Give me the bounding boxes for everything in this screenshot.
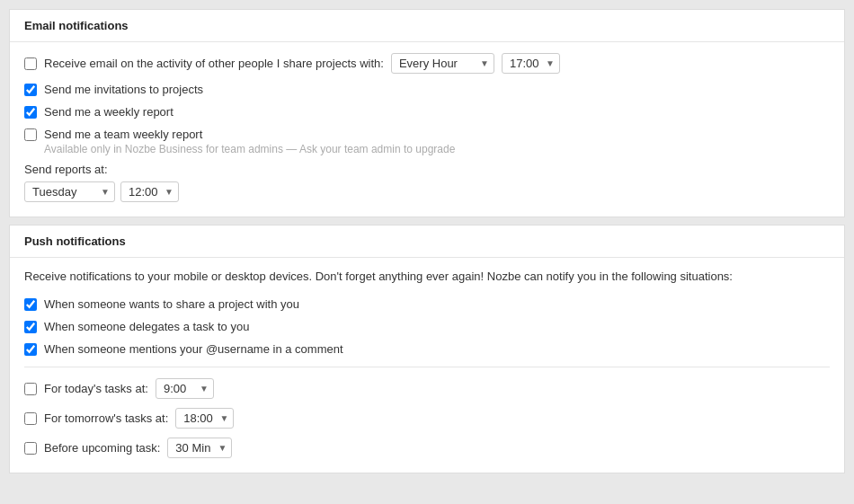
time-select2[interactable]: 12:00 11:00 13:00 [120,181,179,202]
weekly-report-label: Send me a weekly report [44,105,173,119]
tomorrows-tasks-select-wrapper: 18:00 17:00 19:00 ▼ [175,408,234,429]
mentions-checkbox[interactable] [24,343,37,356]
day-select-wrapper: Monday Tuesday Wednesday Thursday Friday… [24,181,115,202]
push-section-body: Receive notifications to your mobile or … [10,258,844,473]
invitations-checkbox[interactable] [24,84,37,96]
frequency-select-wrapper: Every Hour Every 2 Hours Every Day ▼ [391,53,494,74]
team-weekly-report-checkbox[interactable] [24,128,37,141]
team-weekly-report-row: Send me a team weekly report [24,128,830,141]
tomorrows-tasks-label: For tomorrow's tasks at: 18:00 17:00 19:… [44,408,234,429]
email-activity-checkbox[interactable] [24,57,37,70]
day-select[interactable]: Monday Tuesday Wednesday Thursday Friday… [24,181,115,202]
push-description: Receive notifications to your mobile or … [24,269,830,285]
email-notifications-section: Email notifications Receive email on the… [9,9,845,217]
push-section-header: Push notifications [10,225,844,258]
team-weekly-report-muted: Available only in Nozbe Business for tea… [44,143,830,155]
push-section-title: Push notifications [24,234,126,248]
todays-tasks-row: For today's tasks at: 9:00 8:00 10:00 ▼ [24,378,830,399]
share-project-checkbox[interactable] [24,298,37,311]
settings-container: Email notifications Receive email on the… [9,9,845,481]
invitations-row: Send me invitations to projects [24,83,830,96]
time-select1[interactable]: 17:00 16:00 18:00 [502,53,560,74]
team-weekly-report-label: Send me a team weekly report [44,128,202,141]
email-activity-label: Receive email on the activity of other p… [44,53,560,74]
time-select1-wrapper: 17:00 16:00 18:00 ▼ [502,53,560,74]
delegate-task-row: When someone delegates a task to you [24,320,830,333]
delegate-task-checkbox[interactable] [24,321,37,333]
delegate-task-label: When someone delegates a task to you [44,320,249,333]
mentions-label: When someone mentions your @username in … [44,342,343,356]
tomorrows-tasks-row: For tomorrow's tasks at: 18:00 17:00 19:… [24,408,830,429]
email-section-title: Email notifications [24,19,129,32]
send-reports-dropdowns: Monday Tuesday Wednesday Thursday Friday… [24,181,830,202]
email-section-header: Email notifications [10,10,844,42]
share-project-row: When someone wants to share a project wi… [24,297,830,311]
todays-tasks-label: For today's tasks at: 9:00 8:00 10:00 ▼ [44,378,214,399]
todays-tasks-select[interactable]: 9:00 8:00 10:00 [156,378,214,399]
share-project-label: When someone wants to share a project wi… [44,297,299,311]
email-section-body: Receive email on the activity of other p… [10,42,844,217]
divider [24,367,830,367]
upcoming-task-label: Before upcoming task: 30 Min 15 Min 1 Ho… [44,438,232,458]
team-weekly-report-block: Send me a team weekly report Available o… [24,128,830,155]
invitations-label: Send me invitations to projects [44,83,203,96]
weekly-report-checkbox[interactable] [24,106,37,119]
send-reports-block: Send reports at: Monday Tuesday Wednesda… [24,163,830,202]
todays-tasks-checkbox[interactable] [24,383,37,395]
frequency-select[interactable]: Every Hour Every 2 Hours Every Day [391,53,494,74]
email-activity-row: Receive email on the activity of other p… [24,53,830,74]
weekly-report-row: Send me a weekly report [24,105,830,119]
upcoming-task-select[interactable]: 30 Min 15 Min 1 Hour [167,438,232,458]
send-reports-label: Send reports at: [24,163,830,176]
upcoming-task-select-wrapper: 30 Min 15 Min 1 Hour ▼ [167,438,232,458]
todays-tasks-select-wrapper: 9:00 8:00 10:00 ▼ [156,378,214,399]
push-notifications-section: Push notifications Receive notifications… [9,225,845,473]
tomorrows-tasks-select[interactable]: 18:00 17:00 19:00 [175,408,234,429]
upcoming-task-row: Before upcoming task: 30 Min 15 Min 1 Ho… [24,438,830,458]
tomorrows-tasks-checkbox[interactable] [24,412,37,425]
time-select2-wrapper: 12:00 11:00 13:00 ▼ [120,181,179,202]
mentions-row: When someone mentions your @username in … [24,342,830,356]
upcoming-task-checkbox[interactable] [24,442,37,455]
